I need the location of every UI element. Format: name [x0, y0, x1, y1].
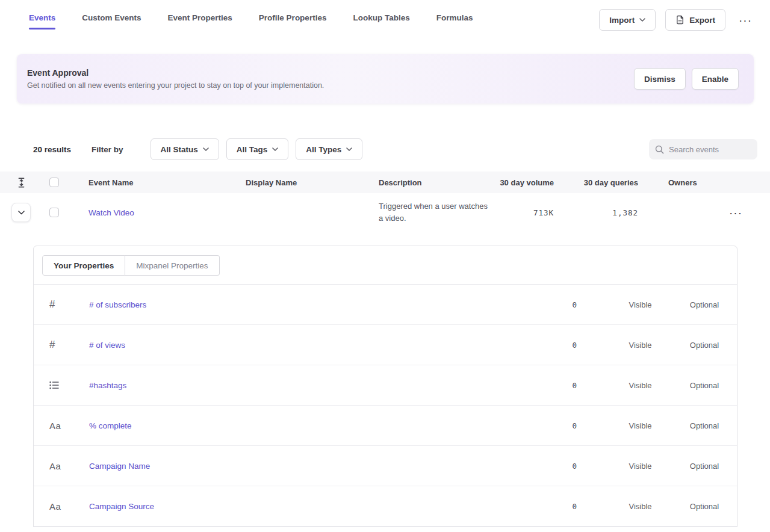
tab-profile-properties-label: Profile Properties — [259, 10, 327, 22]
banner-text: Event Approval Get notified on all new e… — [27, 68, 324, 90]
collapse-row-button[interactable] — [11, 203, 31, 222]
collapse-all-cell[interactable] — [0, 178, 42, 188]
property-type-cell: # — [34, 298, 89, 311]
list-item: Aa Campaign Name 0 Visible Optional — [34, 446, 737, 486]
property-type-cell: # — [34, 339, 89, 351]
tab-your-properties[interactable]: Your Properties — [42, 255, 125, 276]
property-name-link[interactable]: # of subscribers — [89, 300, 146, 309]
tab-formulas[interactable]: Formulas — [436, 10, 473, 30]
more-icon: ··· — [729, 207, 742, 218]
export-button[interactable]: Export — [665, 9, 725, 31]
property-value: 0 — [526, 421, 577, 430]
property-name-link[interactable]: Campaign Name — [89, 462, 150, 471]
header-30-day-volume[interactable]: 30 day volume — [494, 178, 554, 187]
banner-description: Get notified on all new events entering … — [27, 81, 324, 90]
tab-profile-properties[interactable]: Profile Properties — [259, 10, 327, 30]
chevron-down-icon — [272, 147, 278, 151]
text-type-icon: Aa — [49, 501, 61, 512]
property-name-link[interactable]: #hashtags — [89, 381, 126, 390]
row-expand-cell — [0, 203, 42, 222]
property-name-cell: % complete — [89, 421, 526, 430]
property-visibility: Visible — [609, 341, 672, 350]
property-value: 0 — [526, 300, 577, 309]
property-visibility: Visible — [609, 462, 672, 471]
banner-actions: Dismiss Enable — [634, 68, 739, 90]
property-type-cell: Aa — [34, 421, 89, 431]
more-icon: ··· — [739, 14, 752, 26]
property-requirement: Optional — [672, 341, 737, 350]
property-name-link[interactable]: % complete — [89, 421, 132, 430]
properties-tab-group: Your Properties Mixpanel Properties — [34, 246, 737, 285]
results-count: 20 results — [33, 145, 71, 154]
event-actions-cell: ··· — [725, 202, 770, 223]
more-options-button[interactable]: ··· — [735, 9, 756, 31]
active-tab-underline — [29, 28, 55, 29]
property-name-cell: # of subscribers — [89, 300, 526, 309]
tab-custom-events[interactable]: Custom Events — [82, 10, 141, 30]
dismiss-button[interactable]: Dismiss — [634, 68, 686, 90]
property-type-cell: Aa — [34, 501, 89, 512]
nav-actions: Import Export ··· — [599, 9, 756, 31]
status-filter-label: All Status — [161, 145, 198, 154]
list-item: Aa % complete 0 Visible Optional — [34, 406, 737, 446]
select-all-checkbox[interactable] — [49, 178, 59, 187]
header-display-name[interactable]: Display Name — [246, 178, 379, 187]
tags-filter-label: All Tags — [237, 145, 268, 154]
row-more-options-button[interactable]: ··· — [725, 202, 746, 223]
filter-dropdowns: All Status All Tags All Types — [151, 138, 363, 160]
header-30-day-queries[interactable]: 30 day queries — [554, 178, 638, 187]
filter-row: 20 results Filter by All Status All Tags… — [0, 138, 770, 160]
list-item: # # of subscribers 0 Visible Optional — [34, 285, 737, 325]
chevron-down-icon — [203, 147, 209, 151]
tab-events[interactable]: Events — [29, 10, 55, 30]
property-visibility: Visible — [609, 421, 672, 430]
search-input[interactable] — [669, 145, 751, 154]
property-name-link[interactable]: Campaign Source — [89, 502, 154, 511]
number-type-icon: # — [49, 339, 55, 351]
property-name-link[interactable]: # of views — [89, 341, 125, 350]
types-filter-label: All Types — [306, 145, 341, 154]
property-requirement: Optional — [672, 381, 737, 390]
header-owners[interactable]: Owners — [638, 178, 725, 187]
property-visibility: Visible — [609, 381, 672, 390]
types-filter-dropdown[interactable]: All Types — [296, 138, 362, 160]
events-table-header: Event Name Display Name Description 30 d… — [0, 172, 770, 193]
row-select-cell — [42, 208, 88, 217]
chevron-down-icon — [639, 18, 645, 22]
tab-event-properties-label: Event Properties — [168, 10, 232, 22]
property-value: 0 — [526, 341, 577, 350]
property-requirement: Optional — [672, 502, 737, 511]
property-requirement: Optional — [672, 421, 737, 430]
nav-tabs: Events Custom Events Event Properties Pr… — [29, 10, 473, 30]
row-checkbox[interactable] — [49, 208, 59, 217]
tab-lookup-tables-label: Lookup Tables — [353, 10, 409, 22]
list-item: #hashtags 0 Visible Optional — [34, 365, 737, 406]
event-properties-panel: Your Properties Mixpanel Properties # # … — [33, 246, 737, 527]
event-volume: 713K — [494, 208, 554, 217]
list-item: # # of views 0 Visible Optional — [34, 325, 737, 365]
tab-mixpanel-properties[interactable]: Mixpanel Properties — [125, 255, 219, 276]
text-type-icon: Aa — [49, 461, 61, 471]
import-button[interactable]: Import — [599, 9, 656, 31]
text-type-icon: Aa — [49, 421, 61, 431]
property-visibility: Visible — [609, 300, 672, 309]
tab-event-properties[interactable]: Event Properties — [168, 10, 232, 30]
event-approval-banner: Event Approval Get notified on all new e… — [17, 54, 754, 104]
top-nav: Events Custom Events Event Properties Pr… — [0, 0, 770, 40]
tab-events-label: Events — [29, 10, 55, 22]
list-type-icon — [49, 381, 59, 389]
filter-by-label: Filter by — [92, 145, 123, 154]
header-description[interactable]: Description — [379, 178, 494, 187]
event-description: Triggered when a user watches a video. — [379, 202, 488, 223]
property-name-cell: # of views — [89, 341, 526, 350]
property-name-cell: #hashtags — [89, 381, 526, 390]
banner-title: Event Approval — [27, 68, 324, 78]
status-filter-dropdown[interactable]: All Status — [151, 138, 219, 160]
property-visibility: Visible — [609, 502, 672, 511]
tab-lookup-tables[interactable]: Lookup Tables — [353, 10, 409, 30]
enable-button[interactable]: Enable — [692, 68, 739, 90]
event-name-link[interactable]: Watch Video — [88, 208, 134, 217]
tags-filter-dropdown[interactable]: All Tags — [226, 138, 289, 160]
property-name-cell: Campaign Name — [89, 462, 526, 471]
header-event-name[interactable]: Event Name — [88, 178, 246, 187]
